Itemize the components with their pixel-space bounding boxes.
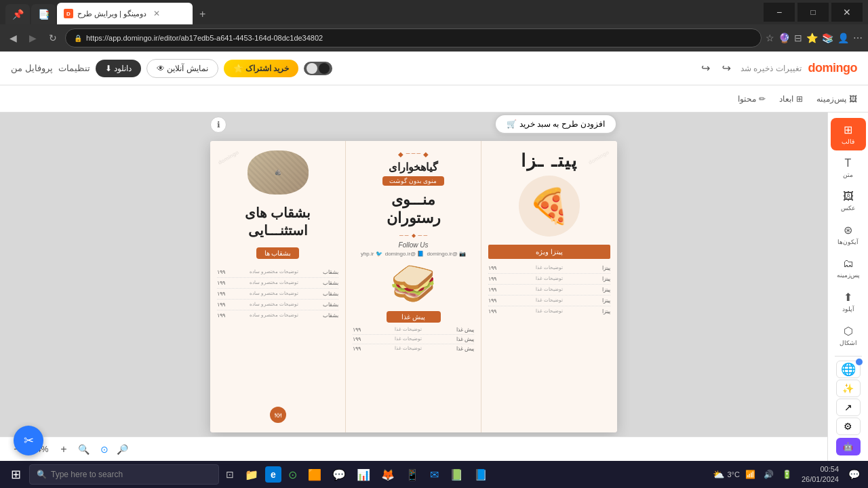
menu-item-row: پیش غذاتوضیحات غذا۱۹۹: [353, 325, 474, 335]
redo-btn[interactable]: ↪: [698, 59, 713, 77]
right-item-text[interactable]: T متن: [831, 152, 866, 184]
photo-icon: 🖼: [843, 190, 854, 203]
star-btn[interactable]: ☆: [766, 33, 774, 43]
right-settings-btn[interactable]: ⚙: [836, 418, 861, 435]
task-view-btn[interactable]: ⊡: [222, 466, 238, 483]
right-item-template[interactable]: ⊞ قالب: [831, 118, 866, 150]
win-maximize-btn[interactable]: □: [797, 3, 829, 22]
taskbar-word[interactable]: 📘: [470, 466, 492, 484]
start-btn[interactable]: ⊞: [5, 464, 26, 485]
right-item-icons[interactable]: ⊛ آیکون‌ها: [831, 218, 866, 251]
split-screen-btn[interactable]: ⊟: [794, 33, 802, 43]
panel2-follow: Follow Us: [399, 241, 429, 249]
new-tab-btn[interactable]: +: [194, 4, 211, 24]
canvas-design[interactable]: 🪨 domingo بشقاب هایاستثنـــایی بشقاب ها …: [210, 141, 617, 432]
network-btn[interactable]: 📶: [743, 468, 758, 481]
social-row: 📷 @domingo.ir 📘 @domingo.ir 🐦 yhp.ir: [361, 251, 466, 257]
domingo-logo[interactable]: domingo: [808, 61, 857, 75]
taskbar-edge[interactable]: e: [265, 466, 281, 483]
content-label: محتوا: [738, 94, 756, 104]
right-ai-purple-btn[interactable]: 🤖: [836, 438, 861, 455]
undo-btn[interactable]: ↩: [719, 59, 734, 77]
taskbar-clock[interactable]: 00:54 26/01/2024: [797, 464, 843, 485]
pizza-illustration: 🍕: [519, 176, 580, 237]
tab-close-icon[interactable]: ✕: [153, 9, 160, 18]
active-tab[interactable]: D دومینگو | ویرایش طرح ✕: [57, 3, 193, 24]
right-ai-btn[interactable]: ✨: [836, 380, 861, 397]
sub-toolbar-content[interactable]: ✏ محتوا: [738, 94, 766, 104]
add-to-cart-btn[interactable]: افزودن طرح به سبد خرید 🛒: [494, 114, 617, 134]
favorites-btn[interactable]: ⭐: [806, 33, 818, 43]
right-item-upload[interactable]: ⬆ آپلود: [831, 285, 866, 318]
volume-btn[interactable]: 🔊: [761, 468, 776, 481]
search-bar[interactable]: 🔍 Type here to search: [29, 464, 219, 485]
taskbar-app6[interactable]: ✉: [426, 466, 443, 484]
menu-item-row: پیتزاتوضیحات غذا۱۹۹: [488, 296, 610, 306]
header-saved: تغییرات ذخیره شد: [741, 64, 802, 73]
bing-chat-btn[interactable]: 🔮: [778, 33, 790, 43]
menu-item-row: پیش غذاتوضیحات غذا۱۹۹: [353, 344, 474, 353]
canvas-info[interactable]: ℹ: [210, 117, 226, 133]
right-item-bg[interactable]: 🗂 پس‌زمینه: [831, 252, 866, 284]
menu-item-row: پیتزاتوضیحات غذا۱۹۹: [488, 263, 610, 274]
pinned-tab-2[interactable]: 📑: [31, 4, 56, 24]
weather-icon: ⛅: [713, 469, 724, 480]
taskbar-explorer[interactable]: 📁: [241, 466, 262, 484]
menu-item-row: بشقابتوضیحات مختصر و ساده۱۹۹: [217, 289, 338, 300]
right-item-photo[interactable]: 🖼 عکس: [831, 185, 866, 217]
sub-toolbar-dimensions[interactable]: ⊞ ابعاد: [779, 94, 803, 104]
windows-taskbar: ⊞ 🔍 Type here to search ⊡ 📁 e ⊙ 🟧 💬 📊 🦊 …: [0, 461, 868, 488]
dim-label: ابعاد: [779, 94, 793, 104]
win-minimize-btn[interactable]: −: [764, 3, 795, 22]
more-btn[interactable]: ⋯: [853, 33, 863, 43]
win-close-btn[interactable]: ✕: [831, 3, 863, 22]
btn-settings[interactable]: تنظیمات: [58, 63, 90, 73]
photo-label: عکس: [841, 205, 855, 211]
taskbar-excel[interactable]: 📗: [446, 466, 467, 484]
taskbar-app5[interactable]: 📱: [401, 466, 423, 484]
taskbar-app3[interactable]: 📊: [353, 466, 374, 484]
address-bar[interactable]: 🔒 https://app.domingo.ir/editor/ab17edb5…: [65, 28, 762, 47]
zoom-fit-btn[interactable]: 🔍: [75, 443, 92, 456]
search-icon: 🔍: [37, 470, 47, 479]
taskbar-app4[interactable]: 🦊: [377, 466, 399, 484]
battery-btn[interactable]: 🔋: [779, 468, 795, 481]
system-tray: ⛅ 3°C 📶 🔊 🔋: [713, 468, 794, 481]
collections-btn[interactable]: 📚: [822, 33, 833, 43]
search-placeholder: Type here to search: [51, 470, 123, 479]
menu-item-row: بشقابتوضیحات مختصر و ساده۱۹۹: [217, 300, 338, 310]
btn-profile[interactable]: پروفایل من: [11, 63, 53, 73]
right-item-shapes[interactable]: ⬡ اشکال: [831, 319, 866, 352]
nav-back-btn[interactable]: ◀: [5, 30, 21, 46]
tab-title: دومینگو | ویرایش طرح: [77, 9, 146, 18]
text-icon: T: [845, 157, 852, 169]
sub-toolbar-background[interactable]: 🖼 پس‌زمینه: [816, 94, 857, 104]
zoom-in-btn[interactable]: +: [58, 442, 69, 457]
bing-ai-logo: ⊙: [100, 444, 108, 455]
theme-toggle[interactable]: [304, 62, 332, 75]
zoom-out2-btn[interactable]: 🔎: [114, 443, 131, 456]
right-expand-btn[interactable]: ↗: [836, 399, 861, 416]
panel2-section-btn: پیش غذا: [387, 311, 441, 323]
bg2-icon: 🗂: [843, 258, 854, 270]
taskbar-app1[interactable]: 🟧: [304, 466, 326, 484]
menu-item-row: پیتزاتوضیحات غذا۱۹۹: [488, 274, 610, 285]
pinned-tab-1[interactable]: 📌: [5, 4, 30, 24]
profile-btn[interactable]: 👤: [837, 33, 849, 43]
menu-item-row: بشقابتوضیحات مختصر و ساده۱۹۹: [217, 278, 338, 289]
menu-item-row: پیتزاتوضیحات غذا۱۹۹: [488, 306, 610, 317]
taskbar-app2[interactable]: 💬: [328, 466, 350, 484]
window-controls: − □ ✕: [764, 3, 863, 22]
time-display: 00:54: [802, 464, 839, 474]
btn-preview[interactable]: نمایش آنلاین 👁: [146, 59, 218, 78]
menu-item-row: بشقابتوضیحات مختصر و ساده۱۹۹: [217, 267, 338, 278]
fab-btn[interactable]: ✂: [14, 426, 43, 455]
notification-btn[interactable]: 💬: [846, 466, 863, 483]
btn-download[interactable]: دانلود ⬇: [96, 60, 141, 77]
right-translate-btn[interactable]: 🌐: [836, 361, 861, 378]
btn-upgrade[interactable]: خرید اشتراک ⭐: [224, 60, 299, 77]
taskbar-chrome[interactable]: ⊙: [284, 466, 301, 484]
nav-forward-btn[interactable]: ▶: [25, 30, 41, 46]
sub-toolbar: 🖼 پس‌زمینه ⊞ ابعاد ✏ محتوا: [0, 85, 868, 113]
nav-refresh-btn[interactable]: ↻: [45, 30, 61, 46]
